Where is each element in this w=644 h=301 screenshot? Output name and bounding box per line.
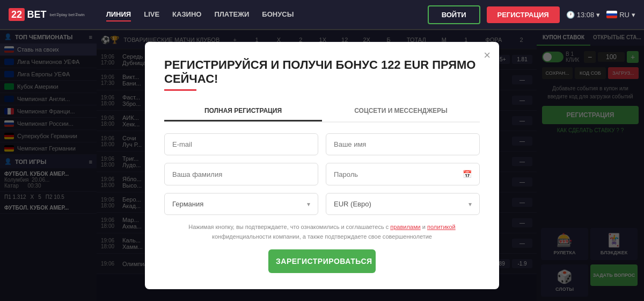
nav-bonuses[interactable]: БОНУСЫ bbox=[262, 8, 294, 22]
logo-badge: 22 BET bbox=[9, 9, 46, 20]
logo: 22 BET bet②play bet②win bbox=[9, 9, 85, 20]
lastname-input[interactable] bbox=[172, 170, 310, 178]
nav-live[interactable]: LIVE bbox=[144, 8, 159, 22]
lastname-field[interactable] bbox=[164, 163, 318, 185]
email-field[interactable] bbox=[164, 133, 318, 155]
main-nav: ЛИНИЯ LIVE КАЗИНО ПЛАТЕЖИ БОНУСЫ bbox=[106, 8, 294, 22]
register-submit-button[interactable]: ЗАРЕГИСТРИРОВАТЬСЯ bbox=[268, 249, 376, 273]
logo-sub: bet②play bet②win bbox=[49, 12, 84, 17]
modal-terms-text: Нажимая кнопку, вы подтверждаете, что оз… bbox=[164, 223, 480, 241]
currency-select[interactable]: EUR (Евро) ▾ bbox=[326, 193, 480, 215]
language-selector[interactable]: RU ▾ bbox=[606, 11, 635, 19]
modal-overlay[interactable]: × РЕГИСТРИРУЙСЯ И ПОЛУЧИ БОНУС 122 EUR П… bbox=[0, 30, 644, 301]
modal-tab-social[interactable]: СОЦСЕТИ И МЕССЕНДЖЕРЫ bbox=[322, 102, 480, 121]
modal-title: РЕГИСТРИРУЙСЯ И ПОЛУЧИ БОНУС 122 EUR ПРЯ… bbox=[164, 58, 480, 86]
modal-title-underline bbox=[164, 89, 196, 91]
login-button[interactable]: ВОЙТИ bbox=[428, 5, 480, 24]
nav-payments[interactable]: ПЛАТЕЖИ bbox=[214, 8, 249, 22]
chevron-down-icon: ▾ bbox=[307, 200, 310, 208]
register-button[interactable]: РЕГИСТРАЦИЯ bbox=[487, 6, 560, 23]
name-input[interactable] bbox=[334, 140, 472, 148]
password-field[interactable]: 📅 bbox=[326, 163, 480, 185]
time-display: 🕐 13:08 ▾ bbox=[566, 11, 601, 19]
header-right: ВОЙТИ РЕГИСТРАЦИЯ 🕐 13:08 ▾ RU ▾ bbox=[428, 5, 635, 24]
country-select[interactable]: Германия ▾ bbox=[164, 193, 318, 215]
modal-tab-full[interactable]: ПОЛНАЯ РЕГИСТРАЦИЯ bbox=[164, 102, 322, 121]
registration-modal: × РЕГИСТРИРУЙСЯ И ПОЛУЧИ БОНУС 122 EUR П… bbox=[145, 42, 499, 289]
registration-form: 📅 Германия ▾ EUR (Евро) ▾ bbox=[164, 133, 480, 215]
header: 22 BET bet②play bet②win ЛИНИЯ LIVE КАЗИН… bbox=[0, 0, 644, 30]
calendar-icon: 📅 bbox=[463, 170, 472, 178]
modal-close-button[interactable]: × bbox=[484, 48, 491, 62]
terms-link[interactable]: правилами bbox=[390, 224, 420, 230]
chevron-down-icon-2: ▾ bbox=[469, 200, 472, 208]
clock-icon: 🕐 bbox=[566, 11, 575, 19]
modal-tabs: ПОЛНАЯ РЕГИСТРАЦИЯ СОЦСЕТИ И МЕССЕНДЖЕРЫ bbox=[164, 102, 480, 123]
ru-flag bbox=[606, 11, 617, 18]
name-field[interactable] bbox=[326, 133, 480, 155]
email-input[interactable] bbox=[172, 140, 310, 148]
policy-link[interactable]: политикой bbox=[427, 224, 456, 230]
password-input[interactable] bbox=[334, 170, 463, 178]
nav-liniya[interactable]: ЛИНИЯ bbox=[106, 8, 131, 22]
nav-casino[interactable]: КАЗИНО bbox=[172, 8, 201, 22]
